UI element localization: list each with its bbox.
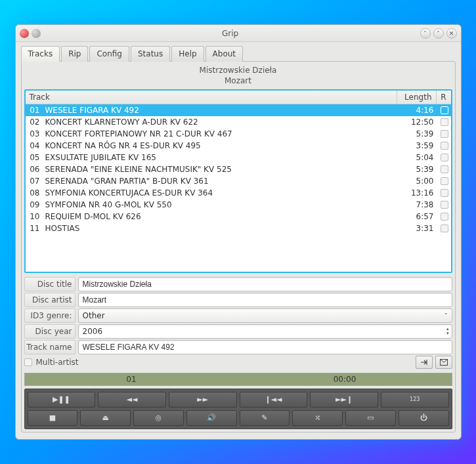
disc-form: Disc title Disc artist ID3 genre: Other …: [24, 277, 452, 369]
volume-button[interactable]: 🔊: [186, 410, 237, 426]
rip-checkbox[interactable]: [441, 106, 448, 114]
play-pause-icon: ▶❚❚: [53, 395, 70, 404]
table-row[interactable]: 08SYMFONIA KONCERTUJACA ES-DUR KV 36413:…: [26, 187, 451, 199]
progress-time: 00:00: [238, 375, 452, 384]
mail-icon: [440, 359, 448, 366]
rip-checkbox[interactable]: [441, 118, 448, 126]
genre-select[interactable]: Other ˅: [78, 308, 452, 323]
counter-button[interactable]: 123: [381, 392, 449, 408]
table-row[interactable]: 05EXSULTATE JUBILATE KV 1655:04: [26, 152, 451, 163]
track-title: KONCERT NA RÓG NR 4 ES-DUR KV 495: [43, 140, 401, 152]
table-row[interactable]: 07SERENADA "GRAN PARTIA" B-DUR KV 3615:0…: [26, 175, 451, 187]
track-length: 5:39: [401, 128, 438, 140]
track-length: 3:31: [401, 222, 438, 234]
col-rip[interactable]: R: [437, 91, 451, 104]
multi-artist-checkbox[interactable]: [24, 358, 32, 366]
rip-checkbox[interactable]: [441, 189, 448, 197]
rewind-icon: ◄◄: [127, 395, 138, 404]
edit-button[interactable]: ✎: [240, 410, 290, 426]
progress-bar[interactable]: 01 00:00: [24, 373, 452, 386]
rewind-button[interactable]: ◄◄: [98, 392, 166, 408]
close-button[interactable]: ✕: [446, 28, 457, 39]
track-title: WESELE FIGARA KV 492: [43, 104, 401, 116]
rip-checkbox[interactable]: [441, 130, 448, 138]
shuffle-button[interactable]: ⤮: [292, 410, 343, 426]
tab-status[interactable]: Status: [131, 46, 170, 62]
play-pause-button[interactable]: ▶❚❚: [28, 392, 96, 408]
disc-icon: ◎: [156, 413, 162, 422]
disc-artist-input[interactable]: [78, 293, 452, 307]
track-list-header: Track Length R: [26, 91, 451, 104]
tab-help[interactable]: Help: [171, 46, 204, 62]
shuffle-icon: ⤮: [314, 413, 320, 422]
track-num: 07: [26, 175, 43, 187]
stop-button[interactable]: ■: [28, 410, 78, 426]
spin-down-icon[interactable]: ▾: [446, 331, 449, 336]
tab-rip[interactable]: Rip: [61, 46, 88, 62]
eject-button[interactable]: ⏏: [80, 410, 131, 426]
player-controls: ▶❚❚ ◄◄ ►► ❙◄◄ ►►❙ 123 ■ ⏏ ◎ 🔊 ✎ ⤮ ▭ ⏻: [24, 389, 452, 429]
col-track[interactable]: Track: [26, 91, 397, 104]
table-row[interactable]: 09SYMFONIA NR 40 G-MOL KV 5507:38: [26, 199, 451, 211]
power-icon: ⏻: [420, 413, 427, 422]
track-name-input[interactable]: [78, 340, 452, 354]
tab-config[interactable]: Config: [89, 46, 129, 62]
rip-checkbox[interactable]: [441, 142, 448, 150]
window-title: Grip: [41, 29, 420, 38]
minimize-button[interactable]: ˅: [420, 28, 431, 39]
track-title: SYMFONIA NR 40 G-MOL KV 550: [43, 199, 401, 211]
table-row[interactable]: 04KONCERT NA RÓG NR 4 ES-DUR KV 4953:59: [26, 140, 451, 152]
stop-icon: ■: [49, 413, 56, 422]
mail-button[interactable]: [435, 356, 452, 369]
rip-checkbox[interactable]: [441, 165, 448, 173]
album-artist: Mozart: [24, 76, 452, 87]
year-spinner[interactable]: 2006 ▴▾: [78, 324, 452, 339]
track-length: 13:16: [401, 187, 438, 199]
pencil-icon: ✎: [261, 413, 267, 422]
forward-button[interactable]: ►►: [169, 392, 237, 408]
rip-checkbox[interactable]: [441, 224, 448, 232]
table-row[interactable]: 11HOSTIAS3:31: [26, 222, 451, 234]
track-length: 7:38: [401, 199, 438, 211]
quit-button[interactable]: ⏻: [399, 410, 449, 426]
track-name-label: Track name: [24, 340, 76, 354]
table-row[interactable]: 06SERENADA "EINE KLEINE NACHTMUSIK" KV 5…: [26, 163, 451, 175]
disc-scan-button[interactable]: ◎: [133, 410, 184, 426]
window-pin-icon[interactable]: [32, 29, 41, 38]
track-title: KONCERT KLARNETOWY A-DUR KV 622: [43, 116, 401, 128]
track-num: 10: [26, 211, 43, 222]
multi-artist-label: Multi-artist: [36, 358, 79, 367]
genre-value: Other: [83, 311, 105, 320]
tab-about[interactable]: About: [206, 46, 243, 62]
year-label: Disc year: [24, 324, 76, 339]
track-title: REQUIEM D-MOL KV 626: [43, 211, 401, 222]
compact-button[interactable]: ▭: [345, 410, 396, 426]
track-num: 08: [26, 187, 43, 199]
app-window: Grip ˅ ˄ ✕ Tracks Rip Config Status Help…: [15, 24, 462, 439]
tab-tracks[interactable]: Tracks: [21, 46, 60, 62]
prev-track-button[interactable]: ❙◄◄: [240, 392, 308, 408]
export-button[interactable]: [416, 356, 433, 369]
track-length: 5:04: [401, 152, 438, 163]
table-row[interactable]: 02KONCERT KLARNETOWY A-DUR KV 62212:50: [26, 116, 451, 128]
track-title: EXSULTATE JUBILATE KV 165: [43, 152, 401, 163]
table-row[interactable]: 10REQUIEM D-MOL KV 6266:57: [26, 211, 451, 222]
maximize-button[interactable]: ˄: [433, 28, 444, 39]
disc-artist-label: Disc artist: [24, 293, 76, 307]
track-length: 4:16: [401, 104, 438, 116]
rip-checkbox[interactable]: [441, 154, 448, 161]
track-title: KONCERT FORTEPIANOWY NR 21 C-DUR KV 467: [43, 128, 401, 140]
window-menu-icon[interactable]: [20, 29, 29, 38]
next-track-icon: ►►❙: [335, 395, 353, 404]
disc-title-input[interactable]: [78, 277, 452, 291]
counter-value: 123: [410, 396, 420, 402]
chevron-down-icon: ˅: [444, 312, 448, 319]
rip-checkbox[interactable]: [441, 213, 448, 221]
table-row[interactable]: 03KONCERT FORTEPIANOWY NR 21 C-DUR KV 46…: [26, 128, 451, 140]
next-track-button[interactable]: ►►❙: [310, 392, 378, 408]
col-length[interactable]: Length: [397, 91, 437, 104]
table-row[interactable]: 01WESELE FIGARA KV 4924:16: [26, 104, 451, 116]
disc-title-label: Disc title: [24, 277, 76, 291]
rip-checkbox[interactable]: [441, 201, 448, 209]
rip-checkbox[interactable]: [441, 177, 448, 185]
